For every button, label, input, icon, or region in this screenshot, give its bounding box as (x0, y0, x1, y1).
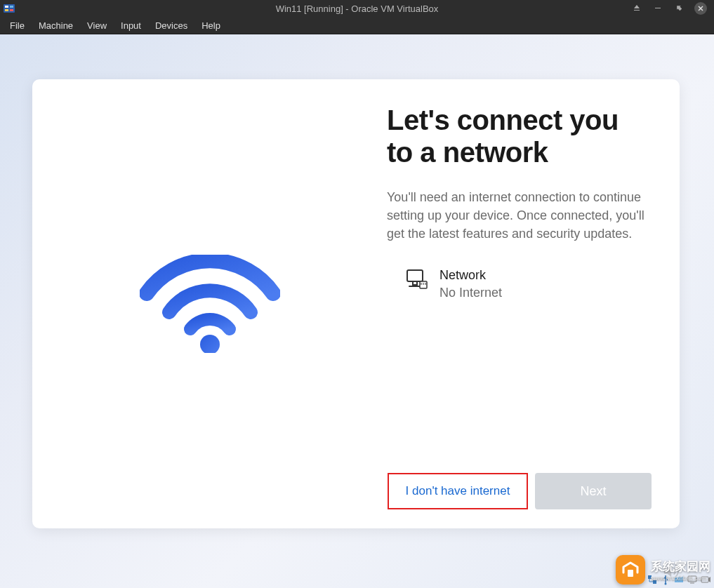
network-list-item[interactable]: Network No Internet (387, 267, 652, 301)
menu-file[interactable]: File (3, 18, 32, 33)
svg-point-6 (200, 335, 220, 353)
menu-help[interactable]: Help (194, 18, 227, 33)
menu-view[interactable]: View (80, 18, 114, 33)
oobe-heading: Let's connect you to a network (387, 104, 652, 168)
svg-rect-0 (4, 4, 15, 13)
svg-rect-7 (407, 270, 423, 281)
minimize-button[interactable] (652, 2, 663, 13)
window-controls (631, 2, 714, 15)
network-text: Network No Internet (439, 267, 502, 301)
maximize-button[interactable] (673, 2, 685, 13)
eject-icon[interactable] (631, 2, 642, 13)
menu-machine[interactable]: Machine (32, 18, 80, 33)
oobe-dialog: Let's connect you to a network You'll ne… (32, 79, 680, 528)
menu-devices[interactable]: Devices (148, 18, 194, 33)
close-button[interactable] (694, 2, 707, 15)
ethernet-icon (404, 267, 428, 291)
oobe-button-row: I don't have internet Next (388, 473, 652, 509)
svg-rect-2 (10, 6, 13, 8)
window-title: Win11 [Running] - Oracle VM VirtualBox (276, 4, 439, 14)
network-status: No Internet (439, 284, 502, 301)
watermark-url: www.hnzxhbsb.com (651, 575, 710, 582)
svg-rect-4 (10, 9, 13, 11)
svg-rect-1 (5, 6, 8, 8)
no-internet-button[interactable]: I don't have internet (388, 473, 528, 509)
window-titlebar: Win11 [Running] - Oracle VM VirtualBox (0, 0, 714, 17)
svg-rect-5 (655, 8, 661, 8)
oobe-description: You'll need an internet connection to co… (387, 188, 652, 243)
vm-content-area: Let's connect you to a network You'll ne… (0, 34, 714, 588)
watermark-label: 系统家园网 (651, 559, 710, 575)
svg-rect-3 (5, 9, 8, 11)
wifi-icon (140, 255, 280, 353)
next-button[interactable]: Next (535, 473, 652, 509)
svg-rect-25 (628, 570, 633, 577)
menubar: File Machine View Input Devices Help (0, 17, 714, 34)
watermark: 系统家园网 www.hnzxhbsb.com (616, 555, 710, 584)
virtualbox-icon (3, 2, 15, 15)
oobe-content-pane: Let's connect you to a network You'll ne… (387, 79, 680, 528)
oobe-illustration-pane (32, 79, 387, 528)
svg-rect-8 (413, 281, 417, 285)
menu-input[interactable]: Input (114, 18, 148, 33)
network-name: Network (439, 267, 502, 283)
watermark-logo-icon (616, 555, 645, 584)
